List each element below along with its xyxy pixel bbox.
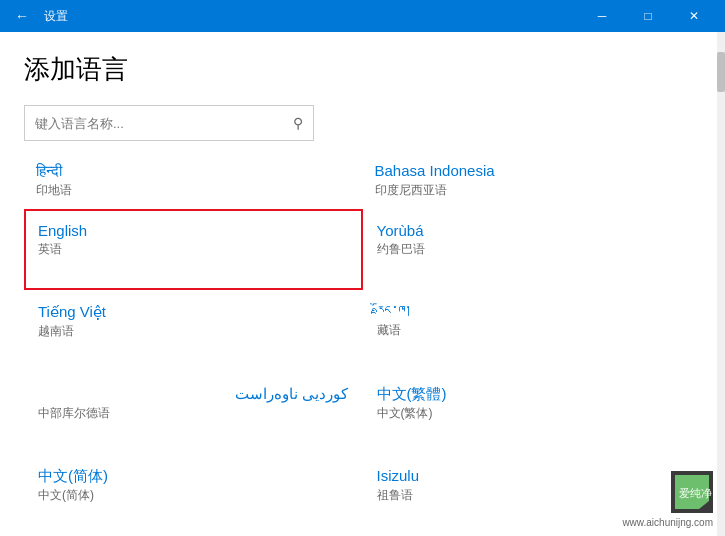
list-item-chinese-traditional[interactable]: 中文(繁體) 中文(繁体) xyxy=(363,372,702,454)
list-item-english[interactable]: English 英语 xyxy=(24,209,363,291)
lang-sub: 越南语 xyxy=(38,323,349,340)
lang-sub: 中部库尔德语 xyxy=(38,405,349,422)
watermark: 爱纯净 www.aichunijng.com xyxy=(622,471,713,528)
lang-sub: 藏语 xyxy=(377,322,688,339)
title-bar-text: 设置 xyxy=(44,8,579,25)
maximize-button[interactable]: □ xyxy=(625,0,671,32)
lang-sub: 印度尼西亚语 xyxy=(375,182,690,199)
title-bar-controls: ─ □ ✕ xyxy=(579,0,717,32)
scroll-track[interactable] xyxy=(717,32,725,536)
lang-name: हिन्दी xyxy=(36,161,351,181)
lang-name: English xyxy=(38,221,349,241)
lang-sub: 印地语 xyxy=(36,182,351,199)
list-item-yoruba[interactable]: Yorùbá 约鲁巴语 xyxy=(363,209,702,291)
search-box: ⚲ xyxy=(24,105,314,141)
scroll-thumb[interactable] xyxy=(717,52,725,92)
lang-name: 中文(繁體) xyxy=(377,384,688,404)
window: ← 设置 ─ □ ✕ 添加语言 ⚲ हिन्दी 印地语 Bahasa Indo… xyxy=(0,0,725,536)
lang-sub: 中文(繁体) xyxy=(377,405,688,422)
lang-name: كوردیی ناوەراست xyxy=(38,384,349,404)
lang-sub: 约鲁巴语 xyxy=(377,241,688,258)
lang-name: 中文(简体) xyxy=(38,466,349,486)
back-button[interactable]: ← xyxy=(8,2,36,30)
search-icon: ⚲ xyxy=(293,115,303,131)
partial-rows: हिन्दी 印地语 Bahasa Indonesia 印度尼西亚语 xyxy=(24,157,701,209)
list-item-kurdish[interactable]: كوردیی ناوەراست 中部库尔德语 xyxy=(24,372,363,454)
search-input[interactable] xyxy=(35,116,293,131)
title-bar: ← 设置 ─ □ ✕ xyxy=(0,0,725,32)
list-item[interactable]: Bahasa Indonesia 印度尼西亚语 xyxy=(363,157,702,209)
page-title: 添加语言 xyxy=(24,52,701,87)
brand-logo: 爱纯净 xyxy=(671,471,713,513)
content: 添加语言 ⚲ हिन्दी 印地语 Bahasa Indonesia 印度尼西亚… xyxy=(0,32,725,536)
lang-name: རྫོང་ཁ། xyxy=(377,302,688,320)
close-button[interactable]: ✕ xyxy=(671,0,717,32)
svg-text:爱纯净: 爱纯净 xyxy=(679,487,712,499)
watermark-url: www.aichunijng.com xyxy=(622,517,713,528)
lang-sub: 英语 xyxy=(38,241,349,258)
lang-sub: 中文(简体) xyxy=(38,487,349,504)
list-item-tibetan[interactable]: རྫོང་ཁ། 藏语 xyxy=(363,290,702,372)
list-item-vietnamese[interactable]: Tiếng Việt 越南语 xyxy=(24,290,363,372)
list-item[interactable]: हिन्दी 印地语 xyxy=(24,157,363,209)
languages-grid: English 英语 Yorùbá 约鲁巴语 Tiếng Việt 越南语 རྫ… xyxy=(24,209,701,537)
brand-name: 爱纯净 xyxy=(671,471,713,517)
minimize-button[interactable]: ─ xyxy=(579,0,625,32)
lang-name: Yorùbá xyxy=(377,221,688,241)
lang-name: Bahasa Indonesia xyxy=(375,161,690,181)
list-item-chinese-simplified[interactable]: 中文(简体) 中文(简体) xyxy=(24,454,363,536)
lang-name: Tiếng Việt xyxy=(38,302,349,322)
